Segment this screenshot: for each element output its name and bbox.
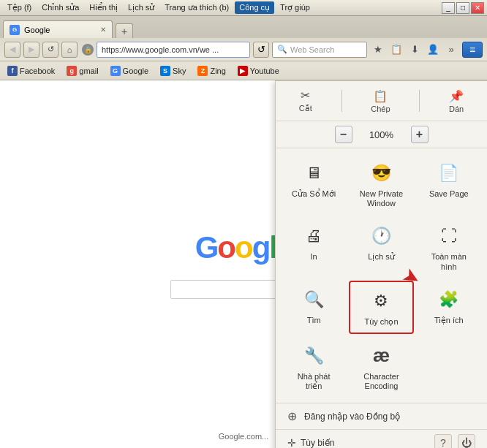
home-button[interactable]: ⌂ (61, 42, 78, 58)
save-page-item[interactable]: 📄 Save Page (417, 154, 481, 214)
refresh-button[interactable]: ↺ (42, 42, 58, 58)
private-window-item[interactable]: 😎 New Private Window (349, 154, 413, 214)
back-button[interactable]: ◀ (4, 42, 20, 58)
sync-row[interactable]: ⊕ Đăng nhập vào Đồng bộ (276, 403, 487, 430)
menu-favorites[interactable]: Trang ưa thích (b) (160, 1, 233, 14)
private-window-icon: 😎 (368, 160, 394, 186)
refresh-icon[interactable]: ↺ (253, 42, 269, 58)
encoding-icon: æ (368, 343, 394, 369)
bookmark-facebook[interactable]: f Facebook (4, 65, 58, 77)
zoom-minus-button[interactable]: − (335, 126, 352, 143)
print-item[interactable]: 🖨 In (282, 217, 346, 277)
copy-button[interactable]: 📋 Chép (365, 86, 396, 116)
paste-button[interactable]: 📌 Dán (443, 86, 469, 116)
bookmark-gmail[interactable]: g gmail (64, 65, 101, 77)
zing-icon: Z (197, 66, 208, 76)
addons-label: Tiện ích (434, 316, 464, 325)
separator-2 (419, 90, 420, 112)
tab-close-button[interactable]: ✕ (100, 26, 106, 34)
bookmark-zing-label: Zing (210, 67, 225, 75)
youtube-icon: ▶ (238, 66, 248, 76)
developer-item[interactable]: 🔧 Nhà phát triển (282, 337, 346, 397)
addons-icon: 🧩 (436, 286, 462, 313)
gmail-icon: g (67, 66, 77, 76)
new-tab-button[interactable]: + (116, 23, 133, 38)
developer-icon: 🔧 (301, 343, 327, 369)
menu-button[interactable]: ≡ (462, 42, 483, 58)
options-item[interactable]: ⚙ Tùy chọn ➤ (349, 281, 413, 334)
user-icon[interactable]: 👤 (425, 42, 441, 58)
star-icon[interactable]: ★ (370, 42, 386, 58)
history-item[interactable]: 🕐 Lịch sử (349, 217, 413, 277)
tab-favicon: G (10, 25, 20, 35)
options-icon: ⚙ (368, 288, 394, 314)
bookmark-youtube[interactable]: ▶ Youtube (235, 65, 282, 77)
paste-label: Dán (449, 105, 464, 113)
bookmark-zing[interactable]: Z Zing (195, 65, 228, 77)
new-window-icon: 🖥 (301, 160, 327, 186)
edit-actions-row: ✂ Cắt 📋 Chép 📌 Dán (276, 81, 487, 121)
menu-tools[interactable]: Công cụ (235, 1, 274, 14)
bottom-row: ✛ Tùy biến ? ⏻ (276, 430, 487, 448)
find-item[interactable]: 🔍 Tìm (282, 281, 346, 334)
copy-icon: 📋 (373, 89, 388, 103)
bookmark-google[interactable]: G Google (107, 65, 151, 77)
more-icon[interactable]: » (443, 42, 459, 58)
customize-icon: ✛ (287, 437, 296, 448)
browser-tab[interactable]: G Google ✕ (3, 20, 113, 38)
fullscreen-item[interactable]: ⛶ Toàn màn hình (417, 217, 481, 277)
forward-button[interactable]: ▶ (23, 42, 39, 58)
history-label: Lịch sử (368, 252, 394, 262)
bottom-icons: ? ⏻ (434, 434, 475, 448)
title-bar: Tệp (f) Chỉnh sửa Hiển thị Lịch sử Trang… (0, 0, 487, 16)
menu-help[interactable]: Trợ giúp (276, 1, 314, 14)
zoom-row: − 100% + (276, 121, 487, 148)
bookmark-sky[interactable]: S Sky (157, 65, 189, 77)
separator-1 (341, 90, 342, 112)
url-input[interactable] (97, 42, 250, 58)
download-icon[interactable]: ⬇ (407, 42, 423, 58)
customize-button[interactable]: ✛ Tùy biến (287, 437, 334, 448)
search-bar[interactable]: 🔍 Web Search (272, 42, 367, 58)
bookmark-google-label: Google (123, 67, 148, 75)
save-page-icon: 📄 (436, 160, 462, 186)
maximize-button[interactable]: □ (456, 2, 469, 14)
cut-icon: ✂ (301, 88, 310, 102)
help-button[interactable]: ? (434, 434, 452, 448)
paste-icon: 📌 (449, 89, 464, 103)
zoom-value: 100% (367, 129, 396, 140)
toolbar-icons: ★ 📋 ⬇ 👤 » (370, 42, 459, 58)
developer-label: Nhà phát triển (298, 372, 331, 391)
sync-label: Đăng nhập vào Đồng bộ (304, 411, 400, 422)
power-button[interactable]: ⏻ (458, 434, 475, 448)
window-controls: _ □ ✕ (442, 2, 484, 14)
search-placeholder: Web Search (290, 45, 362, 54)
new-window-label: Cửa Sổ Mới (292, 189, 336, 199)
google-footer: Google.com... (219, 432, 268, 441)
close-button[interactable]: ✕ (471, 2, 484, 14)
menu-history[interactable]: Lịch sử (124, 1, 159, 14)
addons-item[interactable]: 🧩 Tiện ích (417, 281, 481, 334)
fullscreen-icon: ⛶ (436, 223, 462, 249)
search-icon: 🔍 (277, 45, 287, 54)
cut-button[interactable]: ✂ Cắt (293, 86, 318, 116)
address-bar: ◀ ▶ ↺ ⌂ 🔒 ↺ 🔍 Web Search ★ 📋 ⬇ 👤 » ≡ (0, 38, 487, 61)
zoom-plus-button[interactable]: + (411, 126, 429, 143)
google-icon: G (110, 66, 121, 76)
new-window-item[interactable]: 🖥 Cửa Sổ Mới (282, 154, 346, 214)
bookmarks-bar: f Facebook g gmail G Google S Sky Z Zing… (0, 61, 487, 80)
fullscreen-label: Toàn màn hình (431, 252, 467, 271)
minimize-button[interactable]: _ (442, 2, 455, 14)
encoding-label: Character Encoding (363, 372, 399, 391)
encoding-item[interactable]: æ Character Encoding (349, 337, 413, 397)
menu-edit[interactable]: Chỉnh sửa (37, 1, 83, 14)
menu-file[interactable]: Tệp (f) (3, 1, 36, 14)
bookmark-youtube-label: Youtube (250, 67, 279, 75)
menu-view[interactable]: Hiển thị (85, 1, 122, 14)
main-area: ThuThuatPhanMem.vn Google Google.com... … (0, 80, 487, 448)
bookmark-icon[interactable]: 📋 (388, 42, 404, 58)
lock-icon: 🔒 (82, 44, 94, 56)
bookmark-facebook-label: Facebook (20, 67, 55, 75)
find-label: Tìm (307, 316, 321, 325)
sync-icon: ⊕ (287, 409, 297, 423)
